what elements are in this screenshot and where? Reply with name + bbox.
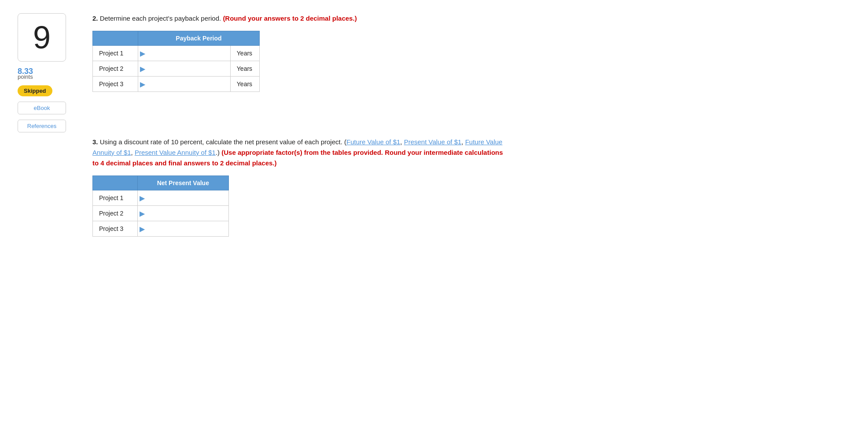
question-number: 9	[33, 19, 51, 55]
references-button[interactable]: References	[18, 120, 66, 132]
input-arrow-icon: ▶	[140, 225, 145, 233]
npv-table: Net Present Value Project 1▶Project 2▶Pr…	[92, 175, 229, 237]
q3-intro: Using a discount rate of 10 percent, cal…	[100, 138, 346, 146]
npv-input-2[interactable]	[147, 208, 228, 219]
payback-unit-2: Years	[230, 61, 259, 77]
npv-label-2: Project 2	[93, 206, 138, 221]
npv-row: Project 1▶	[93, 190, 229, 206]
skipped-badge: Skipped	[18, 85, 52, 96]
npv-input-1[interactable]	[147, 193, 228, 203]
npv-row: Project 3▶	[93, 221, 229, 237]
question-3-block: 3. Using a discount rate of 10 percent, …	[92, 137, 850, 237]
payback-table-container: Payback Period Project 1▶YearsProject 2▶…	[92, 31, 850, 92]
main-content: 2. Determine each project's payback peri…	[92, 13, 850, 237]
q2-instruction: (Round your answers to 2 decimal places.…	[223, 15, 357, 22]
q3-link4[interactable]: Present Value Annuity of $1	[135, 149, 216, 156]
payback-row: Project 1▶Years	[93, 46, 260, 61]
payback-input-cell-3[interactable]: ▶	[138, 77, 230, 92]
npv-input-cell-1[interactable]: ▶	[137, 190, 228, 206]
points-label: points	[18, 73, 33, 80]
sidebar: 9 8.33 points Skipped eBook References	[18, 13, 79, 237]
q3-sep3: ,	[131, 149, 135, 156]
input-arrow-icon: ▶	[140, 194, 145, 202]
npv-row: Project 2▶	[93, 206, 229, 221]
input-arrow-icon: ▶	[140, 65, 145, 73]
payback-label-1: Project 1	[93, 46, 138, 61]
q3-sep2: ,	[461, 138, 465, 146]
npv-header-empty	[93, 176, 138, 190]
q3-outro: .)	[216, 149, 221, 156]
page-layout: 9 8.33 points Skipped eBook References 2…	[0, 0, 868, 250]
npv-table-container: Net Present Value Project 1▶Project 2▶Pr…	[92, 175, 850, 237]
payback-input-2[interactable]	[147, 63, 230, 74]
npv-label-1: Project 1	[93, 190, 138, 206]
payback-unit-3: Years	[230, 77, 259, 92]
section-divider-1	[92, 108, 850, 121]
npv-label-3: Project 3	[93, 221, 138, 237]
question-number-box: 9	[18, 13, 66, 62]
npv-input-cell-2[interactable]: ▶	[137, 206, 228, 221]
input-arrow-icon: ▶	[140, 80, 145, 88]
q3-link1[interactable]: Future Value of $1	[346, 138, 400, 146]
ebook-button[interactable]: eBook	[18, 102, 66, 114]
payback-input-cell-1[interactable]: ▶	[138, 46, 230, 61]
question-2-block: 2. Determine each project's payback peri…	[92, 13, 850, 92]
npv-input-3[interactable]	[147, 223, 228, 234]
payback-label-3: Project 3	[93, 77, 138, 92]
question-3-text: 3. Using a discount rate of 10 percent, …	[92, 137, 511, 168]
npv-input-cell-3[interactable]: ▶	[137, 221, 228, 237]
payback-input-1[interactable]	[147, 48, 230, 58]
q2-number: 2.	[92, 15, 98, 22]
payback-period-table: Payback Period Project 1▶YearsProject 2▶…	[92, 31, 260, 92]
payback-row: Project 2▶Years	[93, 61, 260, 77]
payback-header-empty	[93, 31, 138, 46]
payback-row: Project 3▶Years	[93, 77, 260, 92]
payback-input-3[interactable]	[147, 79, 230, 89]
q2-body: Determine each project's payback period.	[100, 15, 221, 22]
payback-input-cell-2[interactable]: ▶	[138, 61, 230, 77]
payback-unit-1: Years	[230, 46, 259, 61]
input-arrow-icon: ▶	[140, 209, 145, 218]
payback-label-2: Project 2	[93, 61, 138, 77]
q3-link2[interactable]: Present Value of $1	[404, 138, 462, 146]
q3-number: 3.	[92, 138, 98, 146]
input-arrow-icon: ▶	[140, 49, 145, 58]
question-2-text: 2. Determine each project's payback peri…	[92, 13, 511, 24]
q3-sep1: ,	[400, 138, 404, 146]
payback-header-col: Payback Period	[138, 31, 259, 46]
npv-header-col: Net Present Value	[137, 176, 228, 190]
